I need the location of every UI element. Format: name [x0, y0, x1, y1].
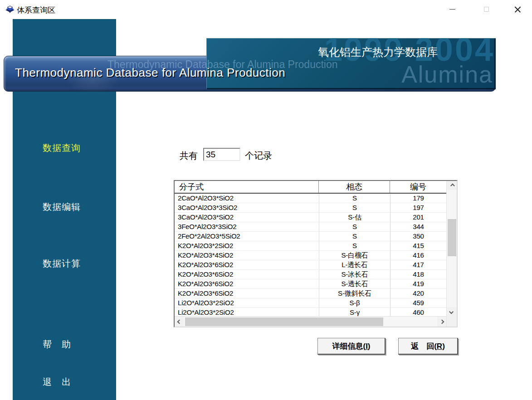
table-cell-id: 419 [390, 279, 446, 289]
table-cell-formula: 2CaO*Al2O3*SiO2 [175, 194, 319, 203]
table-cell-id: 179 [390, 194, 446, 203]
table-row[interactable]: K2O*Al2O3*6SiO2S-透长石419 [175, 279, 446, 289]
grid-header-row: 分子式 相态 编号 [175, 181, 446, 194]
table-cell-formula: K2O*Al2O3*6SiO2 [175, 289, 319, 298]
close-button[interactable] [507, 0, 528, 18]
scrollbar-corner [447, 316, 457, 327]
chevron-left-icon [177, 319, 181, 324]
table-body: 2CaO*Al2O3*SiO2S1793CaO*Al2O3*3SiO2S1973… [175, 194, 446, 316]
table-row[interactable]: K2O*Al2O3*2SiO2S415 [175, 241, 446, 251]
table-cell-formula: Li2O*Al2O3*2SiO2 [175, 308, 319, 316]
results-grid: 分子式 相态 编号 2CaO*Al2O3*SiO2S1793CaO*Al2O3*… [174, 180, 458, 327]
table-cell-id: 417 [390, 260, 446, 270]
table-row[interactable]: 3CaO*Al2O3*3SiO2S197 [175, 203, 446, 213]
sidebar-item-data-query[interactable]: 数据查询 [43, 142, 81, 154]
table-cell-phase: S [319, 241, 390, 251]
watermark-alumina: Alumina [401, 61, 493, 88]
table-cell-phase: S [319, 222, 390, 232]
vertical-scroll-thumb[interactable] [448, 219, 456, 256]
table-row[interactable]: 2FeO*2Al2O3*5SiO2S350 [175, 232, 446, 241]
vertical-scrollbar[interactable] [446, 181, 457, 327]
back-button-accelerator: R [437, 342, 442, 351]
table-cell-formula: 2FeO*2Al2O3*5SiO2 [175, 232, 319, 241]
close-icon [514, 6, 521, 13]
table-cell-phase: S [319, 203, 390, 213]
table-cell-id: 420 [390, 289, 446, 298]
table-cell-formula: K2O*Al2O3*6SiO2 [175, 260, 319, 270]
chevron-down-icon [449, 309, 454, 314]
app-icon [5, 4, 15, 15]
table-cell-phase: S-透长石 [319, 279, 390, 289]
table-row[interactable]: Li2O*Al2O3*2SiO2S-β459 [175, 298, 446, 308]
table-row[interactable]: K2O*Al2O3*6SiO2S-微斜长石420 [175, 289, 446, 298]
record-count-suffix-label: 个记录 [245, 150, 272, 162]
chevron-up-icon [450, 183, 454, 188]
table-cell-formula: K2O*Al2O3*6SiO2 [175, 270, 319, 279]
table-cell-formula: 3FeO*Al2O3*3SiO2 [175, 222, 319, 232]
table-row[interactable]: K2O*Al2O3*6SiO2L-透长石417 [175, 260, 446, 270]
banner-title-chinese: 氧化铝生产热力学数据库 [318, 45, 438, 59]
table-cell-id: 459 [390, 298, 446, 308]
back-button-label: 返 回( [411, 342, 437, 351]
title-bar: 体系查询区 [0, 0, 532, 19]
maximize-button[interactable] [476, 0, 497, 18]
column-header-phase: 相态 [319, 181, 390, 193]
table-cell-formula: Li2O*Al2O3*2SiO2 [175, 298, 319, 308]
banner-title-english: Thermodynamic Database for Alumina Produ… [15, 66, 285, 80]
table-cell-id: 416 [390, 251, 446, 260]
record-count-prefix-label: 共有 [180, 150, 198, 162]
detail-button-label: 详细信息( [332, 342, 366, 351]
table-cell-phase: S-微斜长石 [319, 289, 390, 298]
table-row[interactable]: 3CaO*Al2O3*SiO2S-估201 [175, 213, 446, 222]
table-cell-formula: K2O*Al2O3*4SiO2 [175, 251, 319, 260]
chevron-right-icon [439, 319, 444, 324]
table-cell-phase: S-β [319, 298, 390, 308]
scroll-left-button[interactable] [175, 317, 184, 327]
detail-info-button[interactable]: 详细信息(I) [317, 338, 386, 355]
column-header-formula: 分子式 [175, 181, 319, 193]
column-header-id: 编号 [390, 181, 446, 193]
window-title: 体系查询区 [17, 5, 55, 15]
table-cell-formula: K2O*Al2O3*6SiO2 [175, 279, 319, 289]
table-row[interactable]: K2O*Al2O3*4SiO2S-白榴石416 [175, 251, 446, 260]
table-cell-id: 344 [390, 222, 446, 232]
sidebar-item-data-calc[interactable]: 数据计算 [43, 258, 81, 270]
table-cell-phase: S-γ [319, 308, 390, 316]
table-row[interactable]: 2CaO*Al2O3*SiO2S179 [175, 194, 446, 203]
table-cell-phase: S [319, 232, 390, 241]
table-cell-phase: S [319, 194, 390, 203]
back-button[interactable]: 返 回(R) [398, 338, 458, 355]
table-cell-phase: S-白榴石 [319, 251, 390, 260]
minimize-button[interactable] [442, 0, 463, 18]
horizontal-scroll-track[interactable] [184, 317, 437, 327]
horizontal-scrollbar[interactable] [175, 316, 446, 327]
table-cell-phase: S-冰长石 [319, 270, 390, 279]
table-cell-id: 418 [390, 270, 446, 279]
minimize-icon [449, 9, 455, 10]
table-cell-id: 197 [390, 203, 446, 213]
sidebar-item-exit[interactable]: 退 出 [43, 376, 71, 388]
detail-button-label-suffix: ) [368, 342, 371, 351]
table-cell-formula: 3CaO*Al2O3*3SiO2 [175, 203, 319, 213]
maximize-icon [484, 7, 489, 12]
table-row[interactable]: 3FeO*Al2O3*3SiO2S344 [175, 222, 446, 232]
scroll-down-button[interactable] [447, 307, 457, 316]
sidebar-item-help[interactable]: 帮 助 [43, 338, 71, 351]
record-count-input[interactable] [203, 148, 240, 161]
table-cell-id: 201 [390, 213, 446, 222]
vertical-scroll-track[interactable] [447, 190, 457, 307]
table-cell-phase: S-估 [319, 213, 390, 222]
table-cell-id: 460 [390, 308, 446, 316]
table-cell-id: 415 [390, 241, 446, 251]
table-row[interactable]: Li2O*Al2O3*2SiO2S-γ460 [175, 308, 446, 316]
table-row[interactable]: K2O*Al2O3*6SiO2S-冰长石418 [175, 270, 446, 279]
scroll-up-button[interactable] [447, 181, 457, 190]
table-cell-formula: K2O*Al2O3*2SiO2 [175, 241, 319, 251]
table-cell-id: 350 [390, 232, 446, 241]
table-cell-formula: 3CaO*Al2O3*SiO2 [175, 213, 319, 222]
scroll-right-button[interactable] [437, 317, 446, 327]
back-button-label-suffix: ) [442, 342, 445, 351]
table-cell-phase: L-透长石 [319, 260, 390, 270]
horizontal-scroll-thumb[interactable] [185, 317, 383, 326]
sidebar-item-data-edit[interactable]: 数据编辑 [43, 201, 81, 213]
